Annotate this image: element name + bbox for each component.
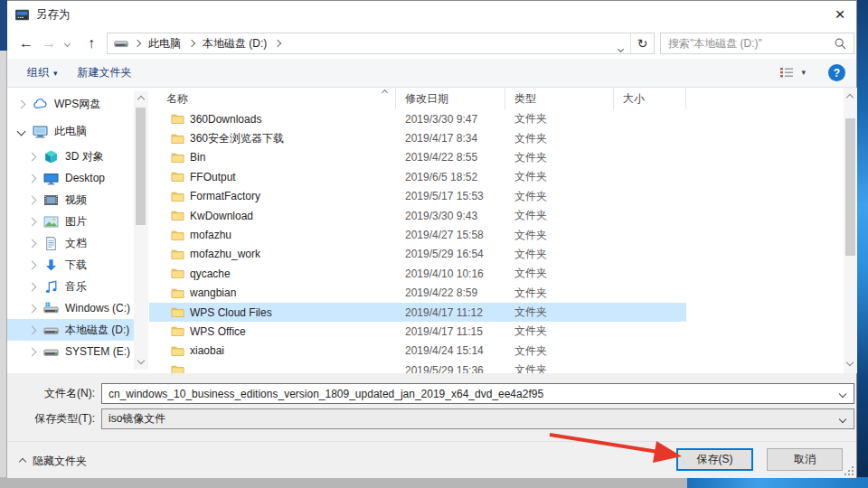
file-type: 文件夹 [505,208,614,223]
list-scrollbar[interactable] [844,88,857,373]
sidebar-item-label: 此电脑 [54,124,87,139]
sidebar-item-8[interactable]: 音乐 [7,276,134,297]
expander-chevron-icon[interactable] [28,325,37,334]
chevron-down-icon: ▾ [53,69,58,78]
table-row[interactable]: qycache 2019/4/10 10:16 文件夹 [149,264,686,283]
computer-icon [33,124,48,139]
folder-icon [171,287,184,299]
file-name: qycache [190,267,231,280]
column-header-type[interactable]: 类型 [505,88,614,109]
sidebar-item-6[interactable]: 文档 [7,232,134,254]
search-icon[interactable] [834,37,847,53]
column-header-name[interactable]: 名称 [149,88,396,109]
table-row[interactable]: FFOutput 2019/6/5 18:52 文件夹 [149,167,686,186]
expander-chevron-icon[interactable] [28,304,37,313]
table-row[interactable]: KwDownload 2019/3/30 9:43 文件夹 [149,206,686,225]
scrollbar-thumb[interactable] [136,108,146,225]
sidebar-item-label: 音乐 [65,279,87,295]
expander-chevron-icon[interactable] [17,99,26,108]
resize-grip[interactable] [844,465,854,475]
3d-objects-icon [43,149,59,164]
expander-chevron-icon[interactable] [28,260,37,269]
title-bar[interactable]: 另存为 × [7,1,856,28]
save-button[interactable]: 保存(S) [676,448,753,471]
table-row[interactable]: WPS Cloud Files 2019/4/17 11:12 文件夹 [149,303,686,322]
filename-value: cn_windows_10_business_editions_version_… [108,388,543,400]
expander-chevron-icon[interactable] [28,217,37,226]
filename-input[interactable]: cn_windows_10_business_editions_version_… [101,383,854,404]
filetype-select[interactable]: iso镜像文件 [101,408,854,429]
new-folder-button[interactable]: 新建文件夹 [78,65,132,80]
expander-chevron-icon[interactable] [28,239,37,248]
sidebar-item-2[interactable]: 3D 对象 [7,145,134,167]
back-icon[interactable]: ← [14,33,38,54]
file-type: 文件夹 [505,150,614,165]
breadcrumb-chevron-icon [188,40,195,47]
search-input[interactable]: 搜索"本地磁盘 (D:)" [660,33,854,54]
cancel-button[interactable]: 取消 [767,448,843,471]
sidebar-item-7[interactable]: 下载 [7,254,134,276]
table-row[interactable]: 360Downloads 2019/3/30 9:47 文件夹 [149,109,686,128]
breadcrumb-local-disk-d[interactable]: 本地磁盘 (D:) [203,36,267,52]
scroll-down-icon[interactable] [846,359,854,366]
sidebar-item-1[interactable]: 此电脑 [7,120,134,142]
table-row[interactable]: Bin 2019/4/22 8:55 文件夹 [149,148,686,167]
scroll-up-icon[interactable] [137,96,144,103]
expander-chevron-icon[interactable] [28,347,37,356]
file-type: 文件夹 [505,169,614,184]
expander-chevron-icon[interactable] [28,152,37,161]
up-icon[interactable]: ↑ [80,33,103,54]
sidebar-item-5[interactable]: 图片 [7,211,134,232]
breadcrumb-chevron-icon [134,40,141,47]
expander-chevron-icon[interactable] [28,282,37,291]
hide-folders-button[interactable]: 隐藏文件夹 [20,454,87,469]
sidebar-item-10[interactable]: 本地磁盘 (D:) [7,319,134,341]
sidebar-item-0[interactable]: WPS网盘 [7,93,134,115]
table-row[interactable]: mofazhu_work 2019/5/29 16:54 文件夹 [149,245,686,264]
sidebar-item-9[interactable]: Windows (C:) [7,297,134,319]
close-icon[interactable]: × [826,1,854,28]
file-name: mofazhu [190,229,231,241]
desktop-icon [43,171,59,186]
expander-chevron-icon[interactable] [17,127,26,136]
file-date: 2019/4/17 11:15 [396,325,505,338]
file-type: 文件夹 [505,266,614,281]
filename-section: 文件名(N): cn_windows_10_business_editions_… [7,373,856,441]
expander-chevron-icon[interactable] [28,195,37,204]
view-dropdown-icon[interactable]: ▾ [801,68,806,77]
sidebar-scrollbar[interactable] [134,91,148,370]
address-dropdown-icon[interactable] [618,42,623,54]
folder-icon [171,152,184,164]
background-window-bottom-sliver [0,477,687,488]
folder-icon [171,325,184,337]
file-date: 2019/4/17 8:34 [396,132,505,145]
column-header-date[interactable]: 修改日期 [396,88,505,109]
table-row[interactable]: mofazhu 2019/4/27 15:58 文件夹 [149,225,686,244]
filename-label: 文件名(N): [7,386,95,401]
table-row[interactable]: FormatFactory 2019/5/17 15:53 文件夹 [149,187,686,206]
expander-chevron-icon[interactable] [28,174,37,183]
filetype-value: iso镜像文件 [108,411,165,427]
history-chevron-icon[interactable] [60,33,74,54]
help-button[interactable]: ? [828,64,845,81]
chevron-down-icon[interactable] [839,415,846,422]
scroll-down-icon[interactable] [137,357,144,364]
column-header-size[interactable]: 大小 [614,88,686,109]
scroll-up-icon[interactable] [846,94,854,101]
table-row[interactable]: 2019/5/29 15:36 文件夹 [149,361,686,373]
table-row[interactable]: wangbian 2019/4/22 8:59 文件夹 [149,284,686,303]
navigation-bar: ← → ↑ 此电脑 本地磁盘 (D:) ↻ 搜索"本地磁盘 (D:)" [7,28,856,59]
address-bar[interactable]: 此电脑 本地磁盘 (D:) ↻ [107,33,655,54]
table-row[interactable]: 360安全浏览器下载 2019/4/17 8:34 文件夹 [149,128,686,147]
sidebar-item-4[interactable]: 视频 [7,189,134,211]
breadcrumb-this-pc[interactable]: 此电脑 [148,36,181,52]
sidebar-item-11[interactable]: SYSTEM (E:) [7,341,134,362]
organize-button[interactable]: 组织▾ [27,65,58,80]
refresh-icon[interactable]: ↻ [630,33,654,53]
details-view-icon[interactable] [779,66,794,79]
sidebar-item-3[interactable]: Desktop [7,167,134,189]
table-row[interactable]: xiaobai 2019/4/24 15:14 文件夹 [149,342,686,361]
chevron-down-icon[interactable] [839,389,846,397]
table-row[interactable]: WPS Office 2019/4/17 11:15 文件夹 [149,322,686,341]
scrollbar-thumb[interactable] [845,118,855,256]
